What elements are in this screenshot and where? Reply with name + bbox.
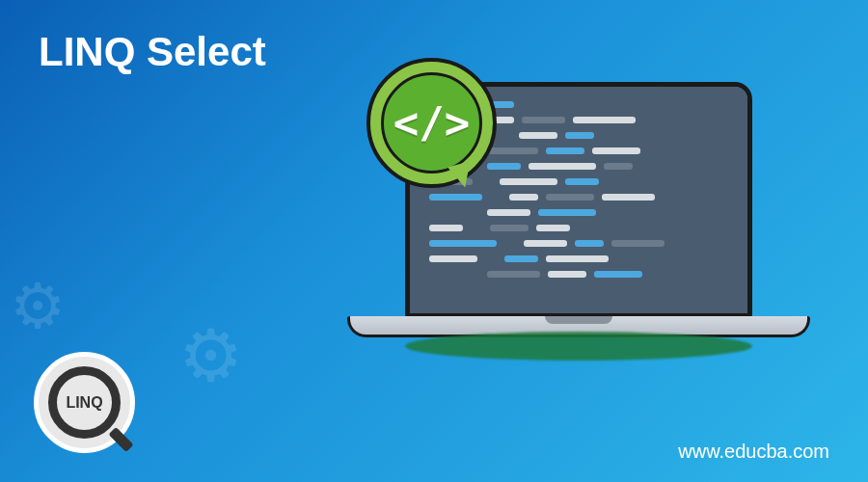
- code-segment: [448, 209, 460, 216]
- code-segment: [487, 209, 530, 216]
- code-segment: [429, 209, 441, 216]
- code-line-row: [429, 255, 728, 271]
- code-segment: [565, 178, 599, 185]
- code-segment: [468, 271, 479, 278]
- code-segment: [429, 240, 497, 247]
- code-segment: [468, 209, 479, 216]
- website-url: www.educba.com: [678, 441, 829, 463]
- hero-banner: LINQ Select ⚙ ⚙ </> LINQ www.educba.com: [0, 0, 868, 482]
- code-segment: [546, 255, 609, 262]
- bubble-inner-ring: </>: [381, 72, 482, 174]
- code-segment: [546, 194, 594, 201]
- code-segment: [524, 240, 567, 247]
- code-icon: </>: [393, 98, 470, 147]
- code-segment: [448, 271, 460, 278]
- code-segment: [429, 225, 463, 231]
- code-segment: [611, 240, 665, 247]
- code-segment: [504, 240, 516, 247]
- code-segment: [509, 194, 538, 201]
- code-line-row: [429, 209, 728, 225]
- code-segment: [485, 255, 497, 262]
- code-segment: [429, 255, 477, 262]
- code-segment: [575, 240, 604, 247]
- linq-badge-text: LINQ: [66, 394, 102, 412]
- laptop-shadow: [405, 332, 752, 361]
- code-segment: [429, 194, 482, 201]
- code-segment: [546, 147, 584, 154]
- magnifier-handle: [108, 427, 133, 452]
- code-bubble: </>: [366, 58, 497, 188]
- code-segment: [604, 163, 633, 170]
- code-segment: [490, 194, 502, 201]
- gear-decoration: ⚙: [10, 270, 66, 343]
- code-segment: [594, 271, 642, 278]
- code-segment: [522, 117, 565, 123]
- magnifier-icon: LINQ: [48, 366, 121, 439]
- code-segment: [487, 271, 540, 278]
- code-line-row: [429, 271, 728, 286]
- code-segment: [490, 225, 529, 231]
- code-line-row: [429, 240, 728, 255]
- code-segment: [573, 117, 636, 123]
- code-segment: [519, 132, 557, 139]
- linq-badge: LINQ: [34, 352, 135, 453]
- code-segment: [500, 178, 557, 185]
- speech-bubble-tail: [448, 161, 476, 190]
- bubble-outer-ring: </>: [366, 58, 497, 188]
- code-segment: [538, 209, 596, 216]
- gear-decoration: ⚙: [178, 313, 243, 398]
- code-segment: [529, 163, 596, 170]
- page-title: LINQ Select: [39, 29, 266, 75]
- code-segment: [536, 225, 570, 231]
- code-segment: [548, 271, 586, 278]
- code-segment: [592, 147, 640, 154]
- code-line-row: [429, 225, 728, 240]
- code-segment: [500, 132, 511, 139]
- code-segment: [471, 225, 482, 231]
- code-line-row: [429, 194, 728, 209]
- code-segment: [602, 194, 655, 201]
- code-segment: [429, 271, 441, 278]
- code-segment: [565, 132, 594, 139]
- code-segment: [504, 255, 538, 262]
- laptop-notch: [545, 316, 612, 324]
